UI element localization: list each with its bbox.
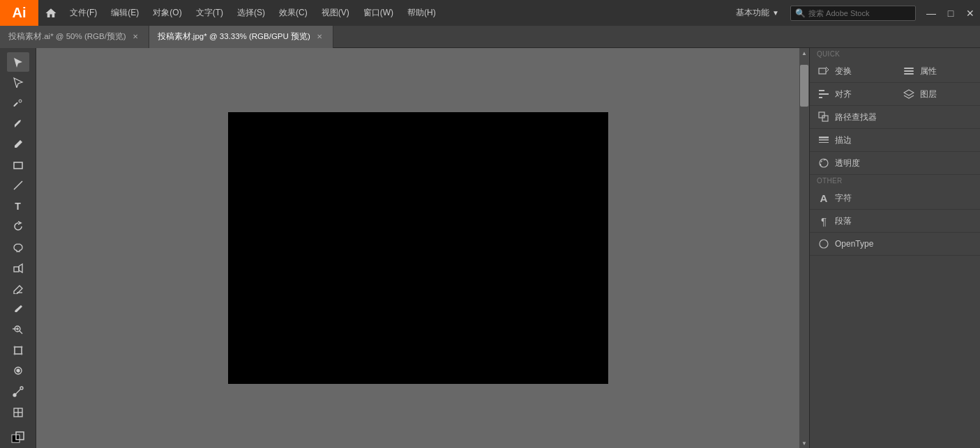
workspace-selector[interactable]: 基本功能 ▼ — [730, 7, 785, 19]
line-tool-button[interactable] — [7, 176, 29, 195]
menu-file[interactable]: 文件(F) — [63, 0, 104, 26]
stroke-icon — [817, 133, 831, 147]
pencil-tool-button[interactable] — [7, 134, 29, 154]
svg-rect-27 — [904, 70, 914, 72]
panel-paragraph[interactable]: ¶ 段落 — [810, 210, 895, 233]
knife-tool-button[interactable] — [7, 300, 29, 319]
menu-bar: 文件(F) 编辑(E) 对象(O) 文字(T) 选择(S) 效果(C) 视图(V… — [63, 0, 730, 26]
eraser-tool-button[interactable] — [7, 279, 29, 298]
panel-transform[interactable]: 变换 — [810, 60, 895, 83]
right-scrollbar[interactable]: ▲ ▼ — [799, 48, 809, 448]
blend-tool-button[interactable] — [7, 382, 29, 401]
workspace-dropdown-icon: ▼ — [772, 9, 779, 17]
svg-line-3 — [14, 181, 22, 190]
panel-transparency[interactable]: 透明度 — [810, 152, 895, 175]
paragraph-label: 段落 — [835, 215, 852, 227]
scale-tool-button[interactable] — [7, 258, 29, 278]
panel-grid-bottom: A 字符 ¶ 段落 OpenType — [810, 187, 980, 256]
titlebar: Ai 文件(F) 编辑(E) 对象(O) 文字(T) 选择(S) 效果(C) 视… — [0, 0, 980, 26]
panel-opentype[interactable]: OpenType — [810, 233, 895, 256]
fill-color-button[interactable] — [7, 428, 29, 448]
close-button[interactable]: ✕ — [960, 0, 980, 26]
transform-label: 变换 — [835, 65, 852, 77]
svg-rect-2 — [14, 162, 22, 169]
layers-label: 图层 — [920, 88, 937, 100]
panel-align[interactable]: 对齐 — [810, 83, 895, 106]
window-controls: — □ ✕ — [921, 0, 980, 26]
symbol-tool-button[interactable] — [7, 362, 29, 381]
rotate-tool-button[interactable] — [7, 217, 29, 237]
scroll-track[interactable] — [799, 58, 809, 438]
main-layout: T — [0, 48, 980, 448]
svg-rect-30 — [819, 93, 829, 95]
panel-character[interactable]: A 字符 — [810, 187, 895, 210]
right-panel: QUICK 变换 属性 对齐 — [809, 48, 980, 448]
character-icon: A — [817, 191, 831, 205]
align-icon — [817, 87, 831, 101]
svg-rect-35 — [819, 139, 829, 141]
type-tool-button[interactable]: T — [7, 196, 29, 216]
maximize-button[interactable]: □ — [941, 0, 960, 26]
svg-rect-32 — [819, 112, 824, 118]
transparency-label: 透明度 — [835, 157, 860, 169]
menu-effect[interactable]: 效果(C) — [272, 0, 315, 26]
tab-ai-file[interactable]: 投稿素材.ai* @ 50% (RGB/预览) ✕ — [0, 26, 149, 48]
panel-empty6 — [895, 233, 980, 256]
panel-quick-title: QUICK — [810, 48, 980, 60]
canvas-area[interactable] — [36, 48, 799, 448]
character-a-icon: A — [820, 192, 828, 204]
panel-empty1 — [895, 106, 980, 129]
svg-rect-34 — [819, 137, 829, 139]
paragraph-icon: ¶ — [817, 214, 831, 228]
zoom-tool-button[interactable] — [7, 320, 29, 340]
panel-empty3 — [895, 152, 980, 175]
minimize-button[interactable]: — — [921, 0, 941, 26]
tab-ai-close[interactable]: ✕ — [130, 32, 140, 42]
scroll-up-arrow[interactable]: ▲ — [799, 48, 809, 58]
type-icon: T — [15, 201, 21, 212]
pen-tool-button[interactable] — [7, 114, 29, 134]
align-label: 对齐 — [835, 88, 852, 100]
search-bar[interactable]: 🔍 — [790, 6, 916, 21]
panel-pathfinder[interactable]: 路径查找器 — [810, 106, 895, 129]
menu-edit[interactable]: 编辑(E) — [104, 0, 146, 26]
tabs-row: 投稿素材.ai* @ 50% (RGB/预览) ✕ 投稿素材.jpg* @ 33… — [0, 26, 980, 48]
panel-stroke[interactable]: 描边 — [810, 129, 895, 152]
properties-icon — [902, 64, 916, 78]
opentype-label: OpenType — [835, 239, 873, 249]
selection-tool-button[interactable] — [7, 52, 29, 72]
magic-wand-tool-button[interactable] — [7, 93, 29, 113]
menu-view[interactable]: 视图(V) — [315, 0, 356, 26]
svg-rect-36 — [819, 142, 829, 143]
scroll-down-arrow[interactable]: ▼ — [799, 438, 809, 448]
transform-icon — [817, 64, 831, 78]
search-icon: 🔍 — [795, 8, 806, 18]
rectangle-tool-button[interactable] — [7, 155, 29, 175]
svg-rect-33 — [822, 116, 828, 121]
menu-type[interactable]: 文字(T) — [189, 0, 230, 26]
paragraph-mark-icon: ¶ — [821, 215, 827, 227]
home-button[interactable] — [38, 0, 63, 26]
panel-empty5 — [895, 210, 980, 233]
panel-properties[interactable]: 属性 — [895, 60, 980, 83]
slice-tool-button[interactable] — [7, 403, 29, 422]
menu-select[interactable]: 选择(S) — [230, 0, 272, 26]
properties-label: 属性 — [920, 65, 937, 77]
lasso-tool-button[interactable] — [7, 238, 29, 257]
scroll-thumb[interactable] — [800, 65, 808, 107]
menu-window[interactable]: 窗口(W) — [356, 0, 400, 26]
canvas-content — [36, 48, 799, 448]
artboard-tool-button[interactable] — [7, 341, 29, 360]
tab-jpg-file[interactable]: 投稿素材.jpg* @ 33.33% (RGB/GPU 预览) ✕ — [149, 26, 333, 48]
tab-jpg-label: 投稿素材.jpg* @ 33.33% (RGB/GPU 预览) — [158, 31, 310, 42]
panel-empty2 — [895, 129, 980, 152]
search-input[interactable] — [808, 9, 911, 17]
panel-layers[interactable]: 图层 — [895, 83, 980, 106]
menu-object[interactable]: 对象(O) — [146, 0, 188, 26]
svg-rect-25 — [819, 68, 826, 74]
menu-help[interactable]: 帮助(H) — [400, 0, 443, 26]
direct-selection-tool-button[interactable] — [7, 73, 29, 93]
tab-jpg-close[interactable]: ✕ — [315, 32, 324, 42]
svg-line-7 — [20, 331, 22, 334]
panel-other-title: OTHER — [810, 175, 980, 187]
